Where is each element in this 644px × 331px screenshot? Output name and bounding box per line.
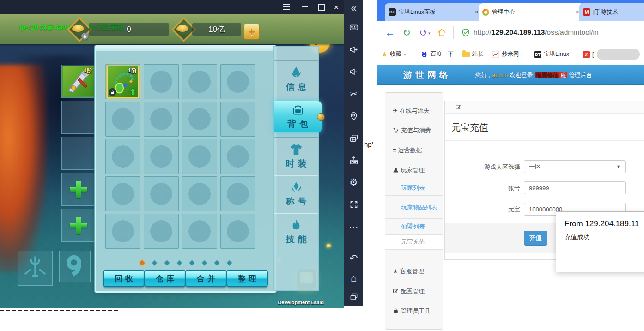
apk-install-icon[interactable] <box>344 154 363 168</box>
inventory-slot[interactable]: 1阶 <box>105 64 140 99</box>
inventory-slot[interactable] <box>105 176 140 211</box>
home-icon[interactable] <box>436 27 448 39</box>
page-dot[interactable] <box>152 260 158 266</box>
submenu-ingot-recharge[interactable]: 元宝充值 <box>385 234 443 250</box>
add-currency-button[interactable]: + <box>243 24 260 40</box>
browser-tab-admin-center[interactable]: 管理中心 × <box>479 3 584 21</box>
page-dot[interactable] <box>189 260 195 266</box>
back-icon[interactable]: ← <box>384 27 396 39</box>
undo-caret-icon[interactable]: ▾ <box>428 31 431 36</box>
merge-button[interactable]: 合并 <box>185 270 227 287</box>
inventory-slot[interactable] <box>220 139 255 174</box>
multi-window-icon[interactable] <box>344 132 363 145</box>
menu-config-management[interactable]: 配置管理 <box>385 281 443 301</box>
maximize-button[interactable] <box>316 3 327 11</box>
inventory-slot[interactable] <box>182 139 217 174</box>
edit-square-icon[interactable] <box>455 104 462 110</box>
page-dot[interactable] <box>214 260 220 266</box>
equip-slot-empty[interactable] <box>61 101 96 134</box>
sort-button[interactable]: 整理 <box>226 270 268 287</box>
bookmark-chaomi[interactable]: 炒米网 - <box>492 45 522 64</box>
browser-tab-mobile-game[interactable]: M [手游技术 <box>579 3 644 21</box>
bookmark-zhanzhang[interactable]: 站长 <box>462 45 484 64</box>
volume-down-icon[interactable] <box>344 65 363 78</box>
inventory-slot[interactable] <box>182 64 217 99</box>
page-dot[interactable] <box>226 260 232 266</box>
inventory-slot[interactable] <box>182 176 217 211</box>
menu-player-management[interactable]: 玩家管理 <box>385 160 443 180</box>
inventory-slot[interactable] <box>182 214 217 249</box>
bookmark-favorites[interactable]: ★ 收藏 ▾ <box>381 45 406 64</box>
inventory-slot[interactable] <box>144 139 179 174</box>
tab-fashion[interactable]: 时装 <box>274 137 318 175</box>
settings-gear-icon[interactable]: ⚙ <box>344 175 363 189</box>
menu-online-churn[interactable]: ✈ 在线与流失 <box>385 101 443 120</box>
site-security-shield-icon[interactable] <box>461 27 471 38</box>
warehouse-button[interactable]: 仓库 <box>144 270 186 287</box>
region-select[interactable]: 一区 ▼ <box>524 160 626 173</box>
equipped-sword-item[interactable]: 1阶 <box>62 66 95 97</box>
bookmark-baota-linux[interactable]: BT 宝塔Linux <box>534 45 569 64</box>
inventory-slot[interactable] <box>144 214 179 249</box>
page-dot[interactable] <box>201 260 207 266</box>
inventory-slot[interactable] <box>144 64 179 99</box>
fullscreen-icon[interactable] <box>344 198 363 211</box>
menu-customer-service[interactable]: ★ 客服管理 <box>385 261 443 281</box>
back-nav-icon[interactable]: ↶ <box>344 252 363 265</box>
bookmark-baidu[interactable]: 百度一下 <box>420 45 454 64</box>
submenu-guild-list[interactable]: 仙盟列表 <box>385 218 443 234</box>
minimize-button[interactable] <box>299 3 310 11</box>
inventory-slot[interactable] <box>182 102 217 137</box>
inventory-slot[interactable] <box>220 176 255 211</box>
recycle-button[interactable]: 回收 <box>103 270 145 287</box>
inventory-slot[interactable] <box>105 214 140 249</box>
collapse-sidebar-icon[interactable]: « <box>344 1 363 15</box>
browser-tab-baota[interactable]: BT 宝塔Linux面板 × <box>385 3 483 21</box>
equip-slot-weapon[interactable]: 1阶 <box>61 65 96 98</box>
page-dot-active[interactable] <box>139 260 145 266</box>
recharge-submit-button[interactable]: 充值 <box>524 231 547 246</box>
submenu-player-items[interactable]: 玩家物品列表 <box>385 195 443 218</box>
inventory-slot[interactable] <box>144 176 179 211</box>
equip-slot-add[interactable] <box>61 173 96 206</box>
inventory-slot[interactable] <box>144 102 179 137</box>
tab-skills[interactable]: 技能 <box>274 213 318 250</box>
equip-slot-empty[interactable] <box>61 137 96 170</box>
tab-title[interactable]: 称号 <box>274 175 318 212</box>
equip-slot-add[interactable] <box>61 209 96 242</box>
spirit-button[interactable] <box>59 251 91 282</box>
more-icon[interactable]: ⋯ <box>344 220 363 234</box>
menu-admin-tools[interactable]: 管理员工具 <box>385 301 443 321</box>
refresh-icon[interactable]: ↻ <box>401 27 413 39</box>
tab-backpack[interactable]: 背包 <box>274 101 322 132</box>
tab-info[interactable]: 信息 <box>274 60 318 98</box>
keyboard-icon[interactable] <box>344 20 363 34</box>
menu-operation-data[interactable]: ≡ 运营数据 <box>385 140 443 160</box>
home-nav-icon[interactable]: ⌂ <box>344 271 363 285</box>
inventory-slot[interactable] <box>105 139 140 174</box>
account-input[interactable] <box>524 181 626 194</box>
page-dot[interactable] <box>176 260 182 266</box>
bookmark-z[interactable]: Z [ <box>583 45 594 64</box>
recent-apps-icon[interactable] <box>344 290 363 304</box>
menu-recharge-consume[interactable]: 充值与消费 <box>385 120 443 140</box>
inventory-slot[interactable] <box>220 102 255 137</box>
close-button[interactable]: × <box>331 3 342 11</box>
inventory-slot[interactable] <box>220 214 255 249</box>
submenu-player-list[interactable]: 玩家列表 <box>385 180 443 195</box>
inventory-slot[interactable] <box>105 102 140 137</box>
browser-toolbar: ← ↻ ↺ ▾ http://129.204.189.113/oss/admin… <box>377 21 644 45</box>
undo-icon[interactable]: ↺ <box>417 27 429 39</box>
yin-icon <box>60 251 90 282</box>
bag-icon <box>291 103 305 117</box>
volume-up-icon[interactable] <box>344 42 363 56</box>
gold-ingot-icon <box>172 18 193 39</box>
screenshot-scissors-icon[interactable]: ✂ <box>344 87 363 101</box>
pet-button[interactable] <box>18 251 53 286</box>
inventory-slot[interactable] <box>220 64 255 99</box>
address-bar[interactable]: http://129.204.189.113/oss/admintool/in <box>474 28 599 36</box>
location-icon[interactable] <box>344 109 363 123</box>
menu-icon[interactable] <box>281 3 292 11</box>
page-dot[interactable] <box>164 260 170 266</box>
necklace-item[interactable]: 1阶 <box>107 66 139 98</box>
